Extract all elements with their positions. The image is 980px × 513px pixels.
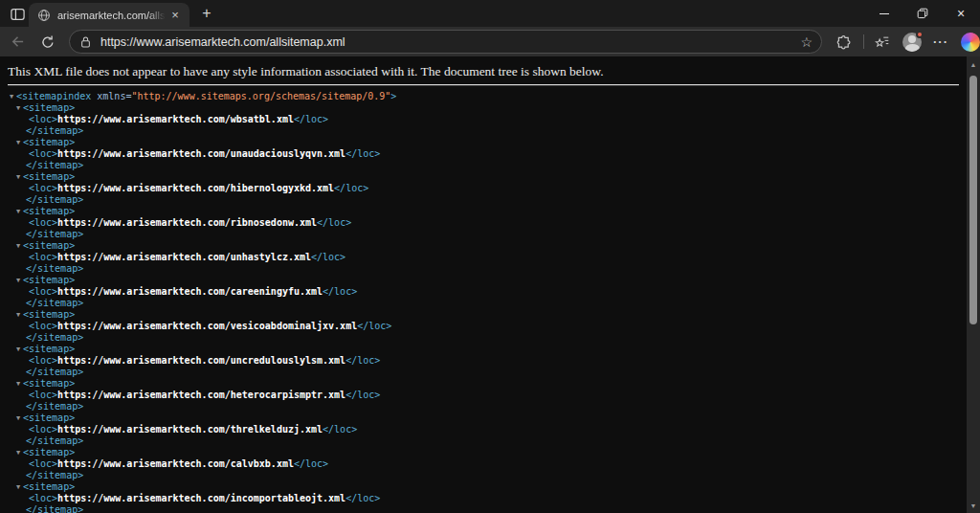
- copilot-icon[interactable]: [961, 33, 980, 52]
- xml-tag: <sitemapindex: [16, 91, 97, 101]
- profile-avatar[interactable]: [902, 33, 922, 52]
- xml-tag: <loc>: [29, 458, 57, 469]
- back-button[interactable]: [10, 33, 27, 51]
- xml-line: </sitemap>: [8, 229, 959, 240]
- xml-line: ▼<sitemap>: [8, 378, 959, 390]
- window-controls: ×: [865, 0, 980, 27]
- browser-window: arisemarktech.com/allsitemap.xml × + ×: [0, 0, 980, 513]
- xml-tag: <loc>: [29, 355, 57, 366]
- xml-line: ▼<sitemap>: [8, 275, 959, 286]
- scroll-up-icon[interactable]: ▲: [967, 57, 980, 71]
- collapse-arrow-icon[interactable]: ▼: [16, 102, 23, 114]
- xml-line: <loc>https://www.arisemarktech.com/ribno…: [8, 217, 959, 229]
- xml-tag: <loc>: [29, 286, 57, 297]
- xml-tag: </loc>: [345, 493, 380, 503]
- xml-tag: </loc>: [311, 252, 345, 262]
- xml-tag: <sitemap>: [23, 447, 75, 457]
- add-favorite-star-icon[interactable]: ☆: [801, 35, 813, 49]
- xml-tag: </sitemap>: [26, 401, 83, 412]
- xml-line: <loc>https://www.arisemarktech.com/vesic…: [8, 321, 959, 332]
- url-text[interactable]: https://www.arisemarktech.com/allsitemap…: [100, 35, 801, 49]
- collapse-arrow-icon[interactable]: ▼: [16, 137, 23, 148]
- collapse-arrow-icon[interactable]: ▼: [16, 447, 23, 458]
- sitemap-url: https://www.arisemarktech.com/incomporta…: [57, 493, 345, 503]
- xml-tag: </sitemap>: [26, 332, 83, 343]
- xml-line: <loc>https://www.arisemarktech.com/calvb…: [8, 458, 959, 470]
- xml-tag: </loc>: [323, 424, 357, 435]
- collapse-arrow-icon[interactable]: ▼: [16, 378, 23, 390]
- xml-tag: </sitemap>: [26, 367, 83, 377]
- tab-actions-button[interactable]: [8, 5, 27, 23]
- browser-tab[interactable]: arisemarktech.com/allsitemap.xml ×: [29, 3, 189, 27]
- collapse-arrow-icon[interactable]: ▼: [16, 413, 23, 424]
- xml-line: ▼<sitemap>: [8, 447, 959, 458]
- collapse-arrow-icon[interactable]: ▼: [16, 344, 23, 355]
- xml-attribute-value: "http://www.sitemaps.org/schemas/sitemap…: [131, 91, 390, 101]
- tab-actions-icon: [10, 7, 26, 22]
- xml-line: </sitemap>: [8, 435, 959, 447]
- xml-line: </sitemap>: [8, 470, 959, 481]
- collapse-arrow-icon[interactable]: ▼: [16, 206, 23, 217]
- new-tab-button[interactable]: +: [197, 4, 216, 23]
- xml-tag: <sitemap>: [23, 275, 75, 285]
- xml-line: <loc>https://www.arisemarktech.com/uncre…: [8, 355, 959, 367]
- globe-icon: [37, 9, 51, 22]
- sitemap-url: https://www.arisemarktech.com/careeningy…: [57, 286, 323, 297]
- xml-line: <loc>https://www.arisemarktech.com/heter…: [8, 390, 959, 401]
- xml-tag: <sitemap>: [23, 481, 75, 492]
- xml-line: <loc>https://www.arisemarktech.com/wbsat…: [8, 114, 959, 125]
- sitemap-url: https://www.arisemarktech.com/wbsatbl.xm…: [57, 114, 294, 124]
- vertical-scrollbar[interactable]: ▲ ▼: [967, 56, 980, 513]
- xml-tag: <sitemap>: [23, 413, 75, 423]
- xml-tag: <sitemap>: [23, 137, 75, 147]
- xml-line: </sitemap>: [8, 332, 959, 344]
- xml-tag: </loc>: [345, 148, 380, 159]
- xml-line: <loc>https://www.arisemarktech.com/threl…: [8, 424, 959, 435]
- xml-tag: <sitemap>: [23, 378, 75, 389]
- sitemap-url: https://www.arisemarktech.com/unhastylcz…: [57, 252, 311, 262]
- collapse-arrow-icon[interactable]: ▼: [16, 481, 23, 493]
- tab-close-icon[interactable]: ×: [167, 8, 183, 23]
- xml-tag: <loc>: [29, 217, 57, 228]
- xml-line: <loc>https://www.arisemarktech.com/hiber…: [8, 183, 959, 194]
- xml-line: ▼<sitemap>: [8, 240, 959, 252]
- collapse-arrow-icon[interactable]: ▼: [16, 240, 23, 252]
- xml-tag: </sitemap>: [26, 160, 83, 170]
- collapse-arrow-icon[interactable]: ▼: [16, 275, 23, 286]
- xml-tag: <loc>: [29, 321, 57, 331]
- xml-line: ▼<sitemap>: [8, 137, 959, 148]
- favorites-button[interactable]: [874, 33, 890, 50]
- settings-more-button[interactable]: ···: [933, 34, 948, 49]
- xml-line: ▼<sitemap>: [8, 413, 959, 424]
- extensions-button[interactable]: [836, 34, 852, 50]
- xml-line: <loc>https://www.arisemarktech.com/unaud…: [8, 148, 959, 160]
- xml-tag: </sitemap>: [26, 229, 83, 239]
- minimize-button[interactable]: [865, 0, 903, 27]
- xml-line: ▼<sitemap>: [8, 171, 959, 183]
- back-arrow-icon: [10, 33, 26, 50]
- xml-line: ▼<sitemap>: [8, 206, 959, 217]
- browser-toolbar: https://www.arisemarktech.com/allsitemap…: [0, 27, 980, 56]
- restore-button[interactable]: [903, 0, 942, 27]
- collapse-arrow-icon[interactable]: ▼: [10, 91, 16, 102]
- xml-tag: <sitemap>: [23, 240, 75, 251]
- collapse-arrow-icon[interactable]: ▼: [16, 309, 23, 321]
- refresh-button[interactable]: [39, 33, 56, 51]
- xml-viewer-message: This XML file does not appear to have an…: [8, 63, 959, 79]
- xml-tag: </sitemap>: [26, 125, 83, 136]
- notification-badge: [916, 31, 924, 38]
- address-bar[interactable]: https://www.arisemarktech.com/allsitemap…: [69, 30, 822, 54]
- xml-tree: ▼<sitemapindex xmlns="http://www.sitemap…: [8, 91, 959, 513]
- restore-icon: [917, 8, 928, 19]
- xml-tag: </sitemap>: [26, 435, 83, 446]
- collapse-arrow-icon[interactable]: ▼: [16, 171, 23, 183]
- scrollbar-thumb[interactable]: [969, 76, 977, 324]
- xml-tag: <loc>: [29, 183, 57, 193]
- xml-tag: <sitemap>: [23, 102, 75, 113]
- xml-attribute-name: xmlns=: [97, 91, 131, 101]
- window-close-icon[interactable]: ×: [942, 0, 980, 27]
- scroll-down-icon[interactable]: ▼: [967, 499, 980, 512]
- xml-line: </sitemap>: [8, 367, 959, 378]
- xml-line: ▼<sitemap>: [8, 309, 959, 321]
- xml-line: ▼<sitemap>: [8, 102, 959, 114]
